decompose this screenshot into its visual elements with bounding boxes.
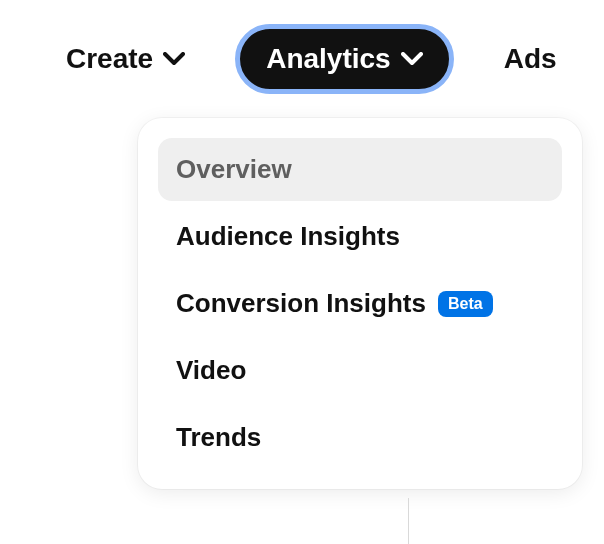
chevron-down-icon — [163, 52, 185, 66]
dropdown-item-label: Audience Insights — [176, 221, 400, 252]
dropdown-item-label: Video — [176, 355, 246, 386]
nav-item-ads[interactable]: Ads — [478, 29, 583, 89]
chevron-down-icon — [401, 52, 423, 66]
nav-item-create[interactable]: Create — [40, 29, 211, 89]
analytics-dropdown: Overview Audience Insights Conversion In… — [138, 118, 582, 489]
dropdown-item-overview[interactable]: Overview — [158, 138, 562, 201]
nav-bar: Create Analytics Ads — [0, 0, 604, 118]
dropdown-item-video[interactable]: Video — [158, 339, 562, 402]
divider — [408, 498, 409, 544]
nav-item-analytics[interactable]: Analytics — [235, 24, 454, 94]
nav-label: Ads — [504, 43, 557, 75]
dropdown-item-trends[interactable]: Trends — [158, 406, 562, 469]
beta-badge: Beta — [438, 291, 493, 317]
dropdown-item-conversion-insights[interactable]: Conversion Insights Beta — [158, 272, 562, 335]
dropdown-item-label: Trends — [176, 422, 261, 453]
nav-label: Analytics — [266, 43, 391, 75]
dropdown-item-label: Conversion Insights — [176, 288, 426, 319]
dropdown-item-audience-insights[interactable]: Audience Insights — [158, 205, 562, 268]
nav-label: Create — [66, 43, 153, 75]
dropdown-item-label: Overview — [176, 154, 292, 185]
